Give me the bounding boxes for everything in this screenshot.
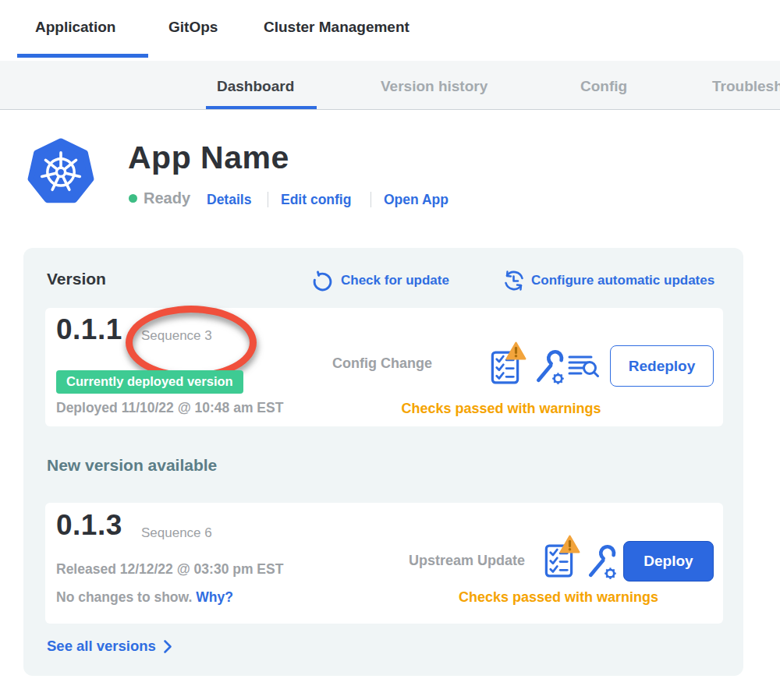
tab-application[interactable]: Application bbox=[35, 19, 115, 36]
warning-triangle-icon bbox=[505, 341, 526, 363]
released-timestamp: Released 12/12/22 @ 03:30 pm EST bbox=[56, 561, 283, 578]
no-changes-text: No changes to show. bbox=[56, 589, 192, 605]
tab-config[interactable]: Config bbox=[580, 78, 627, 95]
see-all-versions-link[interactable]: See all versions bbox=[47, 638, 172, 655]
check-for-update-link[interactable]: Check for update bbox=[341, 273, 449, 288]
chevron-right-icon bbox=[163, 639, 172, 654]
no-changes-row: No changes to show. Why? bbox=[56, 589, 233, 606]
version-heading: Version bbox=[47, 270, 106, 288]
open-app-link[interactable]: Open App bbox=[384, 192, 448, 208]
deployed-timestamp: Deployed 11/10/22 @ 10:48 am EST bbox=[56, 400, 283, 416]
refresh-icon[interactable] bbox=[312, 270, 333, 295]
kubernetes-logo-icon bbox=[27, 138, 94, 205]
see-all-versions-label: See all versions bbox=[47, 638, 156, 655]
redeploy-button[interactable]: Redeploy bbox=[610, 345, 714, 387]
new-version-sequence: Sequence 6 bbox=[141, 525, 212, 541]
secondary-nav: Dashboard Version history Config Trouble… bbox=[0, 61, 780, 110]
divider bbox=[268, 192, 268, 207]
tab-version-history[interactable]: Version history bbox=[381, 78, 488, 95]
version-source-label: Config Change bbox=[332, 355, 432, 372]
tab-gitops[interactable]: GitOps bbox=[168, 19, 218, 36]
currently-deployed-badge: Currently deployed version bbox=[56, 370, 243, 394]
auto-update-icon[interactable] bbox=[502, 269, 526, 295]
active-subtab-underline bbox=[206, 106, 317, 109]
divider bbox=[370, 192, 371, 207]
view-diff-icon[interactable] bbox=[568, 353, 599, 383]
why-link[interactable]: Why? bbox=[196, 589, 233, 605]
configure-automatic-updates-link[interactable]: Configure automatic updates bbox=[531, 273, 714, 288]
tab-cluster-management[interactable]: Cluster Management bbox=[264, 19, 410, 36]
new-version-heading: New version available bbox=[47, 456, 217, 475]
details-link[interactable]: Details bbox=[207, 192, 251, 208]
status-dot bbox=[129, 194, 137, 203]
active-tab-underline bbox=[17, 54, 148, 58]
tab-troubleshoot[interactable]: Troubleshoot bbox=[712, 78, 780, 95]
checks-status-current: Checks passed with warnings bbox=[367, 401, 636, 417]
config-wrench-icon[interactable] bbox=[534, 349, 566, 388]
tab-dashboard[interactable]: Dashboard bbox=[217, 78, 294, 95]
deploy-button[interactable]: Deploy bbox=[623, 541, 714, 582]
checks-status-new: Checks passed with warnings bbox=[422, 589, 695, 606]
warning-triangle-icon bbox=[559, 535, 580, 557]
current-version-number: 0.1.1 bbox=[56, 313, 122, 346]
page-title: App Name bbox=[128, 140, 289, 176]
status-label: Ready bbox=[144, 189, 190, 207]
edit-config-link[interactable]: Edit config bbox=[281, 192, 351, 208]
version-source-label: Upstream Update bbox=[409, 553, 525, 569]
new-version-number: 0.1.3 bbox=[56, 509, 122, 542]
current-version-sequence: Sequence 3 bbox=[141, 328, 212, 344]
config-wrench-icon[interactable] bbox=[586, 544, 619, 583]
admin-console-screen: Application GitOps Cluster Management Da… bbox=[0, 0, 780, 700]
